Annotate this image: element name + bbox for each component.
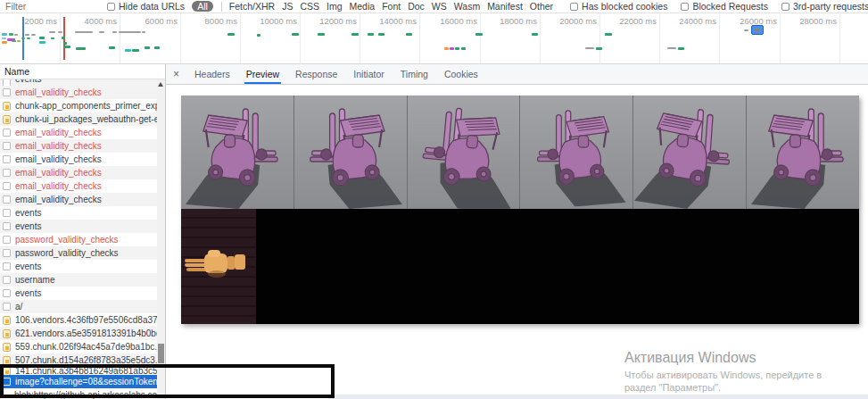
request-name-label: a/: [15, 302, 22, 312]
type-filter-media[interactable]: Media: [350, 1, 376, 12]
tab-initiator[interactable]: Initiator: [345, 64, 392, 84]
request-row[interactable]: username: [0, 273, 157, 287]
request-row[interactable]: chunk-ui_packages_webauthn-get-eleme: [0, 112, 157, 126]
has-blocked-cookies-checkbox[interactable]: [570, 3, 578, 11]
request-row-selected[interactable]: image?challenge=08&sessionToken=4401: [0, 375, 157, 388]
timeline-gridline: [780, 13, 781, 63]
type-filter-js[interactable]: JS: [282, 1, 293, 12]
forklift-angle-6: [746, 96, 859, 209]
tab-timing[interactable]: Timing: [393, 64, 436, 84]
request-row[interactable]: events: [0, 260, 157, 273]
timeline-activity-mark: [257, 34, 260, 37]
checkbox-filter-group: Has blocked cookiesBlocked Requests3rd-p…: [557, 1, 868, 12]
name-column-header[interactable]: Name: [0, 64, 165, 79]
file-icon: [3, 129, 11, 137]
file-icon: [3, 79, 11, 86]
request-row[interactable]: events: [0, 206, 157, 220]
captcha-forklift-strip: [181, 96, 859, 209]
timeline-activity-mark: [39, 41, 45, 44]
forklift-angle-1: [181, 96, 293, 209]
request-name-label: email_validity_checks: [15, 87, 102, 97]
file-icon: [3, 182, 11, 190]
timeline-activity-mark: [62, 37, 65, 39]
scroll-up-icon[interactable]: [158, 82, 163, 87]
timeline-activity-mark: [17, 40, 21, 42]
timeline-gridline: [240, 13, 241, 63]
timeline-activity-mark: [596, 47, 602, 50]
request-row[interactable]: email_validity_checks: [0, 139, 157, 153]
script-file-icon: [3, 316, 11, 325]
timeline-gridline: [300, 13, 301, 63]
timeline-activity-mark: [132, 49, 139, 52]
tab-preview[interactable]: Preview: [238, 64, 287, 84]
request-row[interactable]: 621.vendors.a5e3591813391b4b0bc1.js: [0, 327, 157, 340]
type-filter-css[interactable]: CSS: [300, 1, 319, 12]
timeline-activity-mark: [461, 47, 466, 50]
forklift-angle-4: [519, 96, 632, 209]
type-filter-other[interactable]: Other: [530, 1, 553, 12]
request-row[interactable]: events: [0, 220, 157, 233]
hide-data-urls-label: Hide data URLs: [119, 1, 185, 12]
type-filter-fetchxhr[interactable]: Fetch/XHR: [229, 1, 275, 12]
type-filter-doc[interactable]: Doc: [408, 1, 425, 12]
type-filter-font[interactable]: Font: [382, 1, 401, 12]
request-row[interactable]: email_validity_checks: [0, 166, 157, 179]
request-name-label: password_validity_checks: [15, 248, 119, 258]
timeline-activity-mark: [75, 31, 93, 33]
type-filter-manifest[interactable]: Manifest: [487, 1, 523, 12]
request-row[interactable]: a/: [0, 300, 157, 313]
request-row[interactable]: email_validity_checks: [0, 193, 157, 206]
request-row-partial[interactable]: events: [0, 79, 157, 86]
request-name-label: events: [15, 208, 41, 218]
request-row[interactable]: 507.chunk.d154a26f8783a35e5dc3.js: [0, 353, 157, 367]
tab-headers[interactable]: Headers: [186, 64, 238, 84]
tab-cookies[interactable]: Cookies: [436, 64, 486, 84]
requests-sidebar: Name eventsemail_validity_checkschunk-ap…: [0, 64, 166, 399]
hide-data-urls-checkbox[interactable]: [107, 3, 115, 11]
request-row[interactable]: email_validity_checks: [0, 126, 157, 139]
timeline-activity-mark: [21, 37, 25, 39]
timeline-activity-mark: [455, 47, 459, 50]
checkbox-filter-group: Has blocked cookies: [570, 1, 667, 12]
tab-response[interactable]: Response: [287, 64, 345, 84]
type-filter-ws[interactable]: WS: [432, 1, 447, 12]
request-row[interactable]: password_validity_checks: [0, 246, 157, 260]
checkbox-filter-label: 3rd-party requests: [793, 1, 868, 12]
request-name-label: chunk-ui_packages_webauthn-get-eleme: [15, 114, 157, 124]
request-row[interactable]: chunk-app_components_primer_experim: [0, 99, 157, 112]
file-icon: [3, 303, 11, 311]
request-row[interactable]: events: [0, 287, 157, 300]
request-name-label: email_validity_checks: [15, 181, 102, 191]
3rd-party-requests-checkbox[interactable]: [781, 3, 789, 11]
timeline-gridline: [540, 13, 541, 63]
blocked-requests-checkbox[interactable]: [681, 3, 689, 11]
request-row[interactable]: email_validity_checks: [0, 179, 157, 193]
request-row[interactable]: email_validity_checks: [0, 153, 157, 166]
file-icon: [3, 249, 11, 257]
request-row-blob[interactable]: blob:https://github-api.arkoselabs.com/3…: [0, 388, 157, 399]
request-row[interactable]: 141.chunk.a3b4b816249a681ab3c5.js: [0, 367, 157, 375]
forklift-angle-3: [407, 96, 520, 209]
close-icon[interactable]: ×: [166, 68, 186, 80]
timeline-activity-mark: [351, 33, 359, 36]
file-icon: [3, 378, 11, 386]
scrollbar-thumb[interactable]: [158, 344, 164, 363]
filter-all-button[interactable]: All: [192, 1, 213, 12]
windows-activation-watermark: Активация Windows Чтобы активировать Win…: [624, 350, 822, 394]
request-name-label: 621.vendors.a5e3591813391b4b0bc1.js: [15, 328, 157, 338]
type-filter-img[interactable]: Img: [327, 1, 343, 12]
request-row[interactable]: password_validity_checks: [0, 233, 157, 246]
filter-input[interactable]: [5, 1, 107, 12]
request-row[interactable]: 106.vendors.4c36fb97e5506cd8a371.js: [0, 313, 157, 327]
timeline-activity-mark: [145, 46, 150, 49]
request-row[interactable]: 559.chunk.026f94ac45a7de9ba1bc.js: [0, 340, 157, 353]
request-name-label: events: [15, 79, 41, 84]
request-name-label: events: [15, 221, 41, 231]
timeline-activity-mark: [227, 33, 235, 36]
request-row[interactable]: email_validity_checks: [0, 86, 157, 99]
request-name-label: email_validity_checks: [15, 168, 102, 178]
script-file-icon: [3, 367, 11, 375]
type-filter-wasm[interactable]: Wasm: [454, 1, 480, 12]
sidebar-scrollbar[interactable]: [157, 79, 165, 399]
network-overview-timeline[interactable]: 2000 ms4000 ms6000 ms8000 ms10000 ms1200…: [0, 13, 868, 64]
